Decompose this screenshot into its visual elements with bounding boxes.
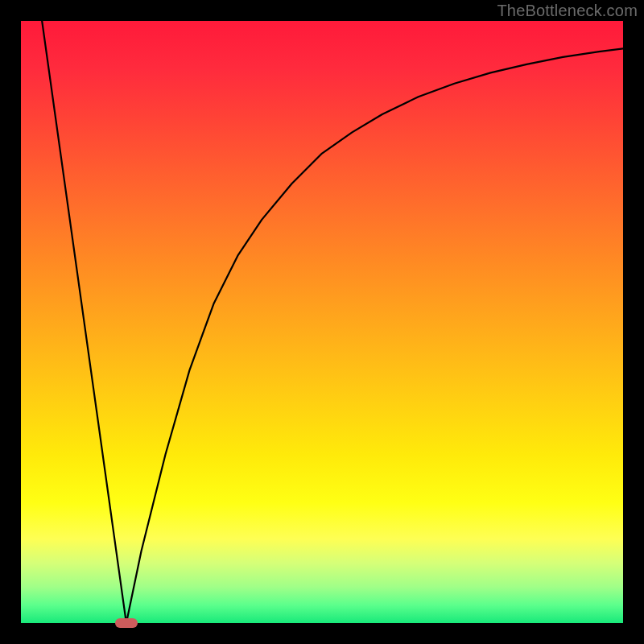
plot-area xyxy=(21,21,623,623)
chart-frame: TheBottleneck.com xyxy=(0,0,644,644)
chart-svg xyxy=(21,21,623,623)
optimum-marker xyxy=(115,618,138,628)
bottleneck-curve xyxy=(42,21,623,623)
watermark-text: TheBottleneck.com xyxy=(497,2,638,20)
